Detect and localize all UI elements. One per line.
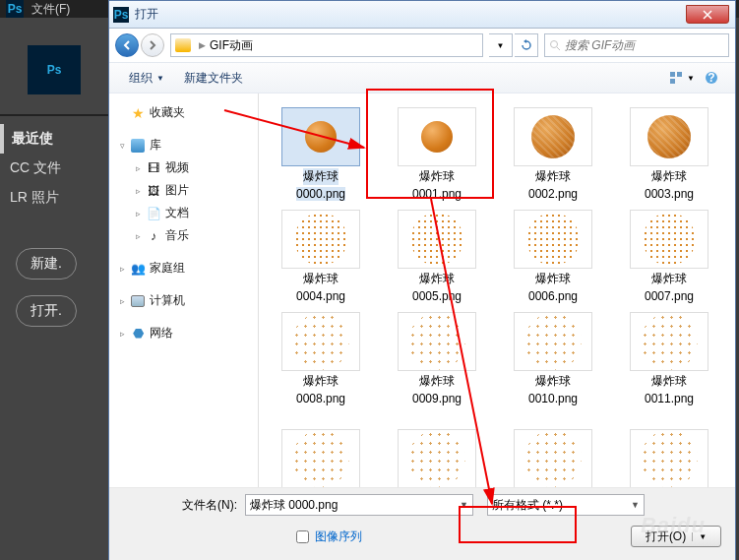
expand-icon[interactable]: ▹ (117, 263, 128, 274)
tree-pictures[interactable]: ▹🖼图片 (115, 179, 252, 202)
address-bar[interactable]: ▶ GIF动画 (170, 33, 483, 57)
file-ext: 0004.png (296, 289, 345, 303)
expand-icon[interactable]: ▹ (117, 328, 128, 339)
address-dropdown-icon[interactable]: ▼ (489, 33, 513, 57)
file-item[interactable]: 爆炸球0002.png (495, 101, 611, 204)
file-ext: 0010.png (528, 392, 578, 405)
dialog-app-icon: Ps (113, 7, 129, 23)
file-ext: 0008.png (296, 392, 345, 405)
view-icon[interactable]: ▼ (668, 67, 696, 89)
help-icon[interactable]: ? (698, 67, 725, 89)
dialog-title: 打开 (135, 6, 686, 23)
file-item[interactable]: 爆炸球0008.png (263, 306, 379, 408)
file-item[interactable] (263, 408, 379, 487)
ball-icon (294, 213, 347, 266)
file-item[interactable]: 爆炸球0003.png (611, 101, 727, 204)
chevron-down-icon: ▼ (156, 74, 164, 83)
file-thumbnail (398, 210, 476, 269)
ball-icon (526, 213, 580, 266)
file-thumbnail (398, 312, 476, 371)
image-sequence-checkbox[interactable] (296, 530, 309, 543)
close-icon[interactable] (686, 5, 729, 24)
open-button[interactable]: 打开. (16, 295, 77, 327)
file-ext: 0011.png (645, 392, 694, 405)
collapse-icon[interactable]: ▿ (117, 140, 128, 151)
file-item[interactable]: 爆炸球0011.png (611, 306, 727, 408)
filetype-combo[interactable]: 所有格式 (*.*)▼ (487, 494, 645, 516)
ball-icon (421, 121, 453, 153)
file-item[interactable]: 爆炸球0007.png (611, 204, 727, 306)
refresh-icon[interactable] (515, 33, 538, 57)
image-sequence-option[interactable]: 图像序列 (296, 529, 362, 545)
star-icon: ★ (130, 105, 146, 121)
file-ext: 0001.png (412, 187, 462, 201)
file-thumbnail (630, 210, 708, 269)
ps-app-icon: Ps (6, 0, 24, 18)
expand-icon[interactable]: ▹ (133, 230, 144, 241)
expand-icon[interactable]: ▹ (133, 185, 144, 196)
file-item[interactable]: 爆炸球0009.png (379, 306, 495, 408)
file-item[interactable]: 爆炸球0010.png (495, 306, 611, 408)
ball-icon (641, 430, 698, 487)
ball-icon (292, 430, 349, 487)
tree-network[interactable]: ▹⬣网络 (115, 322, 252, 344)
tree-computer[interactable]: ▹计算机 (115, 289, 252, 312)
toolbar: 组织▼ 新建文件夹 ▼ ? (109, 62, 735, 93)
filename-combo[interactable]: 爆炸球 0000.png▼ (245, 494, 473, 516)
search-input[interactable] (565, 38, 724, 52)
ball-icon (410, 213, 463, 266)
side-cc-files[interactable]: CC 文件 (0, 154, 108, 183)
menu-file[interactable]: 文件(F) (31, 1, 70, 18)
file-thumbnail (630, 107, 708, 166)
expand-icon[interactable]: ▹ (133, 162, 144, 173)
document-icon: 📄 (146, 206, 161, 221)
svg-point-0 (551, 41, 558, 48)
file-thumbnail (398, 107, 476, 166)
ball-icon (531, 115, 575, 158)
file-item[interactable]: 爆炸球0006.png (495, 204, 611, 306)
file-item[interactable] (379, 408, 495, 487)
new-button[interactable]: 新建. (16, 248, 77, 280)
library-icon (130, 138, 146, 154)
side-lr-photos[interactable]: LR 照片 (0, 183, 108, 213)
ball-icon (647, 115, 691, 158)
tree-video[interactable]: ▹🎞视频 (115, 156, 252, 179)
file-name: 爆炸球 (419, 373, 455, 390)
file-thumbnail (281, 429, 360, 487)
file-item[interactable]: 爆炸球0004.png (263, 204, 379, 306)
file-thumbnail (281, 107, 360, 166)
filename-label: 文件名(N): (168, 497, 237, 514)
file-item[interactable]: 爆炸球0005.png (379, 204, 495, 306)
file-item[interactable] (495, 408, 611, 487)
file-item[interactable]: 爆炸球0001.png (379, 101, 495, 204)
ball-icon (643, 213, 696, 266)
music-icon: ♪ (146, 228, 161, 244)
tree-favorites[interactable]: ★收藏夹 (115, 101, 252, 124)
tree-homegroup[interactable]: ▹👥家庭组 (115, 257, 252, 280)
expand-icon[interactable]: ▹ (133, 208, 144, 218)
tree-documents[interactable]: ▹📄文档 (115, 202, 252, 224)
ball-icon (292, 313, 349, 370)
file-thumbnail (398, 429, 476, 487)
svg-rect-2 (677, 72, 682, 77)
chevron-down-icon: ▼ (631, 500, 640, 510)
dialog-titlebar[interactable]: Ps 打开 (109, 1, 735, 29)
file-item[interactable]: 爆炸球0000.png (263, 101, 379, 204)
file-item[interactable] (611, 408, 727, 487)
tree-libraries[interactable]: ▿库 (115, 134, 252, 156)
file-ext: 0007.png (645, 289, 694, 303)
tree-music[interactable]: ▹♪音乐 (115, 224, 252, 247)
new-folder-button[interactable]: 新建文件夹 (174, 66, 253, 91)
organize-button[interactable]: 组织▼ (119, 66, 174, 91)
computer-icon (130, 293, 146, 309)
ball-icon (641, 313, 698, 370)
search-box[interactable] (544, 33, 729, 57)
file-thumbnail (514, 210, 592, 269)
nav-tree: ★收藏夹 ▿库 ▹🎞视频 ▹🖼图片 ▹📄文档 ▹♪音乐 ▹👥家庭组 ▹计算机 ▹… (109, 93, 259, 487)
file-name: 爆炸球 (651, 271, 687, 287)
breadcrumb[interactable]: GIF动画 (210, 37, 253, 54)
expand-icon[interactable]: ▹ (117, 295, 128, 306)
forward-icon[interactable] (141, 33, 164, 57)
back-icon[interactable] (115, 33, 139, 57)
file-grid[interactable]: 爆炸球0000.png爆炸球0001.png爆炸球0002.png爆炸球0003… (259, 93, 735, 487)
